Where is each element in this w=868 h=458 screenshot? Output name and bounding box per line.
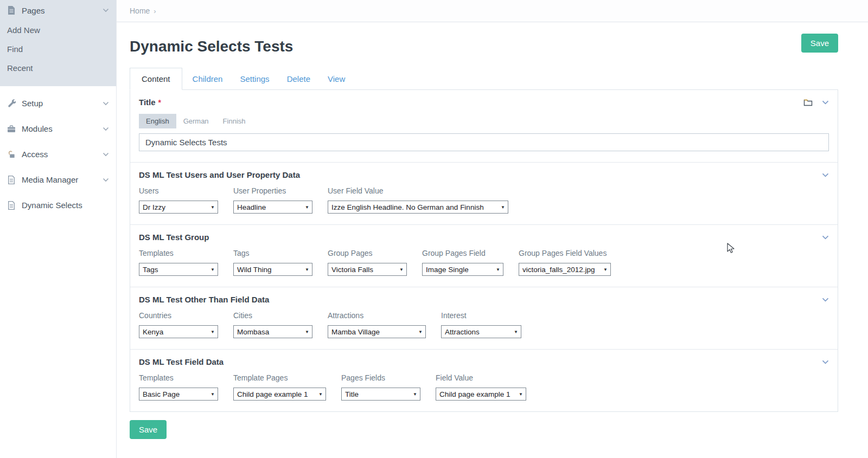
field-label: Tags xyxy=(233,249,312,257)
pages-fields-select[interactable]: Title xyxy=(341,388,420,401)
main-area: Home › Dynamic Selects Tests Save Conten… xyxy=(117,0,868,458)
fieldset-title: DS ML Test Field Data xyxy=(139,357,224,366)
fieldset-header[interactable]: DS ML Test Other Than Field Data xyxy=(139,295,829,304)
user-properties-select[interactable]: Headline xyxy=(233,201,312,214)
fieldset-header[interactable]: DS ML Test Users and User Property Data xyxy=(139,170,829,179)
file-icon xyxy=(7,6,16,15)
sidebar-item-find[interactable]: Find xyxy=(0,40,116,59)
group-pages-field-select[interactable]: Image Single xyxy=(422,263,503,276)
sidebar-pages-submenu: Add New Find Recent xyxy=(0,21,116,78)
sidebar-item-label: Dynamic Selects xyxy=(22,201,82,210)
tab-children[interactable]: Children xyxy=(193,68,223,89)
field-label: Pages Fields xyxy=(341,373,420,382)
field-template-pages: Template Pages Child page example 1 ▼ xyxy=(233,373,326,401)
chevron-down-icon xyxy=(103,152,109,157)
field-interest: Interest Attractions ▼ xyxy=(441,311,521,338)
sidebar-item-label: Pages xyxy=(22,6,45,15)
page-tree-folder-icon[interactable] xyxy=(803,99,813,106)
tab-content[interactable]: Content xyxy=(130,68,182,90)
tab-delete[interactable]: Delete xyxy=(287,68,310,89)
collapse-chevron-icon[interactable] xyxy=(822,360,829,364)
collapse-chevron-icon[interactable] xyxy=(822,100,829,105)
users-select[interactable]: Dr Izzy xyxy=(139,201,218,214)
fieldset-users: DS ML Test Users and User Property Data … xyxy=(130,162,838,224)
content-panel: Title * English German xyxy=(130,89,838,412)
sidebar-item-add-new[interactable]: Add New xyxy=(0,21,116,40)
field-user-field-value: User Field Value Izze English Headline. … xyxy=(328,186,508,214)
template-pages-select[interactable]: Child page example 1 xyxy=(233,388,326,401)
field-field-value: Field Value Child page example 1 ▼ xyxy=(436,373,526,401)
field-label: Countries xyxy=(139,311,218,320)
collapse-chevron-icon[interactable] xyxy=(822,173,829,177)
sidebar-item-recent[interactable]: Recent xyxy=(0,59,116,78)
attractions-select[interactable]: Mamba Village xyxy=(328,325,426,338)
user-field-value-select[interactable]: Izze English Headline. No German and Fin… xyxy=(328,201,508,214)
page-title: Dynamic Selects Tests xyxy=(130,38,293,55)
fieldset-title: DS ML Test Other Than Field Data xyxy=(139,295,269,304)
save-button-bottom[interactable]: Save xyxy=(130,420,167,439)
field-countries: Countries Kenya ▼ xyxy=(139,311,218,338)
chevron-down-icon xyxy=(103,101,109,106)
templates-select[interactable]: Basic Page xyxy=(139,388,218,401)
field-templates: Templates Basic Page ▼ xyxy=(139,373,218,401)
tab-settings[interactable]: Settings xyxy=(240,68,269,89)
fieldset-header[interactable]: DS ML Test Field Data xyxy=(139,357,829,366)
sidebar-item-label: Modules xyxy=(22,124,53,133)
fields-row: Templates Basic Page ▼ Template Pages Ch… xyxy=(139,373,829,401)
field-users: Users Dr Izzy ▼ xyxy=(139,186,218,214)
fieldset-title: DS ML Test Group xyxy=(139,233,209,242)
language-tabs: English German Finnish xyxy=(139,114,829,128)
collapse-chevron-icon[interactable] xyxy=(822,235,829,240)
interest-select[interactable]: Attractions xyxy=(441,325,521,338)
breadcrumb-home-link[interactable]: Home xyxy=(130,7,150,15)
sidebar-item-label: Access xyxy=(22,150,48,159)
templates-select[interactable]: Tags xyxy=(139,263,218,276)
fieldset-other-than-field-data: DS ML Test Other Than Field Data Countri… xyxy=(130,287,838,349)
title-fieldset: Title * English German xyxy=(130,90,838,162)
field-user-properties: User Properties Headline ▼ xyxy=(233,186,312,214)
title-input[interactable] xyxy=(139,133,829,151)
chevron-down-icon xyxy=(103,8,109,12)
title-label: Title xyxy=(139,98,156,107)
wrench-icon xyxy=(7,99,16,108)
fieldset-header[interactable]: DS ML Test Group xyxy=(139,233,829,242)
field-label: Group Pages xyxy=(328,249,407,257)
sidebar-item-access[interactable]: Access xyxy=(0,141,116,167)
chevron-down-icon xyxy=(103,178,109,182)
field-attractions: Attractions Mamba Village ▼ xyxy=(328,311,426,338)
sidebar-item-media-manager[interactable]: Media Manager xyxy=(0,167,116,192)
fields-row: Countries Kenya ▼ Cities Mombasa ▼ xyxy=(139,311,829,338)
sidebar-item-pages[interactable]: Pages xyxy=(0,0,116,21)
field-label: Templates xyxy=(139,373,218,382)
collapse-chevron-icon[interactable] xyxy=(822,298,829,302)
group-pages-field-values-select[interactable]: victoria_falls_2012.jpg xyxy=(519,263,611,276)
language-tab-german[interactable]: German xyxy=(176,114,216,128)
save-button-top[interactable]: Save xyxy=(801,34,838,53)
title-fieldset-header[interactable]: Title * xyxy=(139,98,829,107)
field-label: Field Value xyxy=(436,373,526,382)
fieldset-group: DS ML Test Group Templates Tags ▼ xyxy=(130,224,838,287)
field-group-pages: Group Pages Victoria Falls ▼ xyxy=(328,249,407,276)
sidebar-item-dynamic-selects[interactable]: Dynamic Selects xyxy=(0,192,116,218)
language-tab-english[interactable]: English xyxy=(139,114,176,128)
field-label: User Properties xyxy=(233,186,312,195)
required-asterisk: * xyxy=(158,98,161,107)
field-label: Cities xyxy=(233,311,312,320)
sidebar-item-modules[interactable]: Modules xyxy=(0,116,116,141)
language-tab-finnish[interactable]: Finnish xyxy=(216,114,253,128)
fieldset-title: DS ML Test Users and User Property Data xyxy=(139,170,300,179)
file-outline-icon xyxy=(7,176,16,184)
tags-select[interactable]: Wild Thing xyxy=(233,263,312,276)
tab-view[interactable]: View xyxy=(328,68,345,89)
page-header: Dynamic Selects Tests Save xyxy=(130,34,838,55)
cities-select[interactable]: Mombasa xyxy=(233,325,312,338)
group-pages-select[interactable]: Victoria Falls xyxy=(328,263,407,276)
countries-select[interactable]: Kenya xyxy=(139,325,218,338)
sidebar-item-setup[interactable]: Setup xyxy=(0,91,116,116)
field-label: Interest xyxy=(441,311,521,320)
field-label: Template Pages xyxy=(233,373,326,382)
field-label: Group Pages Field xyxy=(422,249,503,257)
unlock-icon xyxy=(7,150,16,159)
field-value-select[interactable]: Child page example 1 xyxy=(436,388,526,401)
field-label: Group Pages Field Values xyxy=(519,249,611,257)
